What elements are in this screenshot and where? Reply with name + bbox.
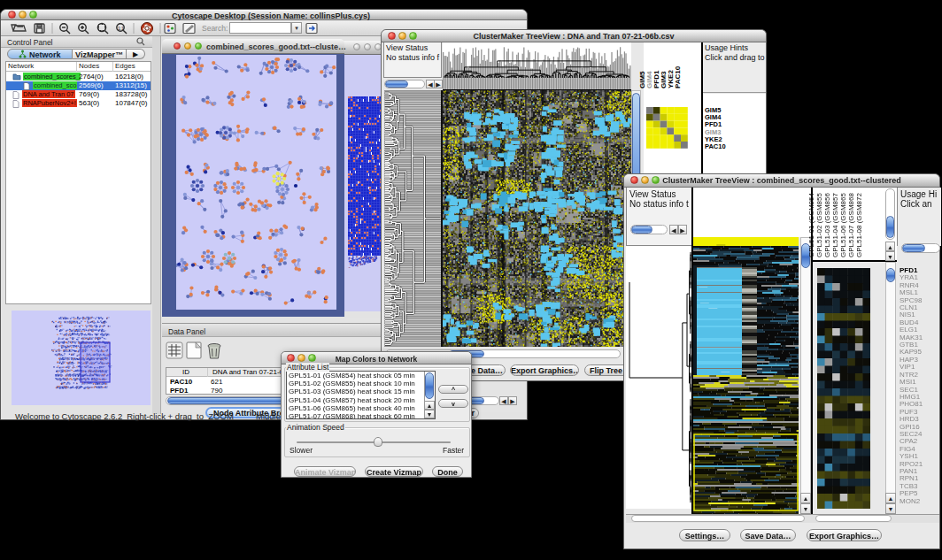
svg-text:1:1: 1:1: [118, 26, 124, 31]
